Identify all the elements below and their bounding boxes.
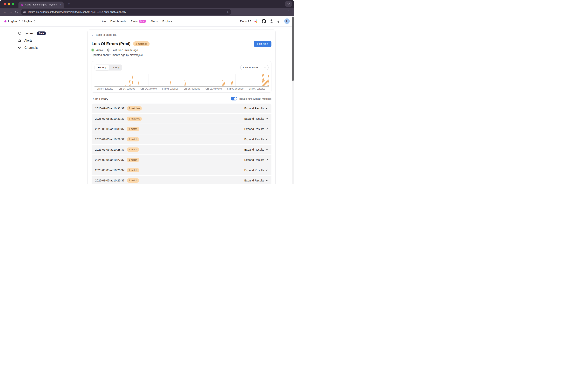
history-card-toolbar: History Query Last 24 hours [94, 65, 269, 71]
expand-results-label: Expand Results [244, 107, 264, 110]
nav-item-explore[interactable]: Explore [162, 20, 172, 23]
time-range-value: Last 24 hours [243, 66, 258, 69]
chart-x-tick-label: Sep 05, 00:00:00 [184, 88, 200, 90]
sidebar-item-alerts[interactable]: Alerts [0, 37, 87, 44]
tab-close-icon[interactable]: × [59, 3, 62, 6]
run-row: 2025-09-05 at 10:28:37 1 match Expand Re… [92, 145, 272, 154]
run-timestamp: 2025-09-05 at 10:29:37 [95, 138, 124, 141]
expand-results-label: Expand Results [244, 127, 264, 131]
run-row: 2025-09-05 at 10:26:37 1 match Expand Re… [92, 165, 272, 175]
expand-results-label: Expand Results [244, 169, 264, 172]
reload-button[interactable] [14, 10, 19, 13]
chart-x-tick-label: Sep 05, 03:00:00 [205, 88, 222, 90]
bookmark-star-icon[interactable]: ☆ [226, 10, 229, 14]
beta-badge: beta [139, 20, 146, 23]
nav-item-alerts[interactable]: Alerts [151, 20, 158, 23]
nav-item-label: Explore [162, 20, 172, 23]
logfire-logo-icon: ◆ [4, 19, 7, 23]
chart-bar [138, 80, 139, 86]
tab-search-button[interactable] [285, 1, 292, 7]
edit-alert-button[interactable]: Edit Alert [254, 41, 272, 47]
include-runs-toggle-wrap: Include runs without matches [231, 97, 272, 100]
nav-item-label: Live [101, 20, 106, 23]
new-tab-button[interactable]: + [66, 2, 72, 6]
expand-results-label: Expand Results [244, 138, 264, 141]
chart-bar [177, 85, 178, 86]
updated-by-text: Updated about 1 month ago by alexmojaki [92, 53, 272, 57]
url-text[interactable]: logfire-eu.pydantic.info/logfire/logfire… [28, 10, 126, 13]
sidebar-item-label: Issues [25, 32, 34, 35]
run-timestamp: 2025-09-05 at 10:32:37 [95, 107, 124, 110]
expand-results-button[interactable]: Expand Results [244, 107, 268, 110]
docs-link[interactable]: Docs [240, 20, 251, 23]
tab-query[interactable]: Query [109, 65, 122, 70]
minimize-window-button[interactable] [8, 3, 10, 5]
caret-updown-icon[interactable] [18, 20, 20, 23]
include-runs-toggle-label: Include runs without matches [239, 97, 272, 100]
bell-icon [18, 39, 21, 42]
chart-bar [268, 75, 269, 86]
page-scrollbar[interactable] [292, 16, 294, 184]
chevron-down-icon [266, 159, 268, 161]
chart-gridline [127, 75, 127, 86]
project-selector[interactable]: logfire [24, 20, 32, 23]
sidebar-item-channels[interactable]: Channels [0, 44, 87, 51]
expand-results-button[interactable]: Expand Results [244, 127, 268, 131]
include-runs-toggle[interactable] [231, 97, 237, 100]
issues-seal-icon [18, 32, 22, 35]
runs-list: 2025-09-05 at 10:32:37 2 matches Expand … [92, 104, 272, 184]
avatar[interactable]: L [284, 18, 290, 24]
chart-bar [132, 75, 133, 86]
chart-bar [262, 80, 269, 86]
back-link-label: Back to alerts list [96, 33, 117, 36]
browser-tab[interactable]: Alerts · logfire/logfire · Pydant × [18, 1, 64, 8]
org-selector[interactable]: Logfire [8, 20, 17, 23]
github-icon[interactable] [262, 19, 266, 23]
megaphone-icon [18, 46, 22, 50]
nav-item-label: Evals [130, 20, 138, 23]
run-matches-badge: 1 match [127, 148, 139, 152]
close-window-button[interactable] [4, 3, 6, 5]
back-to-alerts-link[interactable]: ← Back to alerts list [92, 33, 272, 36]
share-link-icon[interactable] [277, 19, 281, 23]
active-status-dot-icon [92, 49, 94, 51]
chart-x-tick-label: Sep 04, 18:00:00 [140, 88, 157, 90]
expand-results-button[interactable]: Expand Results [244, 138, 268, 141]
nav-item-label: Dashboards [111, 20, 126, 23]
site-settings-icon[interactable] [23, 10, 26, 13]
nav-item-dashboards[interactable]: Dashboards [111, 20, 126, 23]
chart-x-tick-label: Sep 05, 09:00:00 [249, 88, 265, 90]
beta-badge: Beta [37, 32, 46, 35]
run-matches-badge: 1 match [127, 137, 139, 142]
expand-results-button[interactable]: Expand Results [244, 148, 268, 151]
history-query-tabs: History Query [94, 65, 122, 71]
tab-history[interactable]: History [95, 65, 109, 70]
sidebar-item-label: Channels [25, 46, 38, 50]
forward-button[interactable]: → [8, 10, 14, 14]
external-link-icon [248, 20, 251, 23]
time-range-select[interactable]: Last 24 hours [240, 65, 269, 70]
theme-toggle-sun-icon[interactable] [270, 19, 273, 23]
caret-updown-icon[interactable] [34, 20, 35, 23]
fullscreen-window-button[interactable] [12, 3, 14, 5]
slack-icon[interactable] [254, 19, 258, 23]
scrollbar-thumb[interactable] [292, 17, 294, 81]
expand-results-button[interactable]: Expand Results [244, 117, 268, 120]
expand-results-button[interactable]: Expand Results [244, 179, 268, 182]
expand-results-button[interactable]: Expand Results [244, 158, 268, 161]
run-matches-badge: 1 match [127, 178, 139, 183]
browser-menu-icon[interactable]: ⋮ [287, 10, 290, 14]
nav-item-live[interactable]: Live [101, 20, 106, 23]
sidebar: Issues Beta Alerts Channels [0, 27, 87, 51]
last-run: Last run 1 minute ago [107, 48, 138, 52]
nav-item-evals[interactable]: Evalsbeta [130, 20, 146, 23]
expand-results-label: Expand Results [244, 117, 264, 120]
docs-label: Docs [240, 20, 247, 23]
runs-history-title: Runs History [92, 97, 108, 100]
browser-toolbar: ← → logfire-eu.pydantic.info/logfire/log… [0, 8, 294, 16]
expand-results-button[interactable]: Expand Results [244, 169, 268, 172]
sidebar-item-issues[interactable]: Issues Beta [0, 30, 87, 37]
chart-bar [170, 80, 171, 86]
back-button[interactable]: ← [2, 10, 8, 14]
url-bar[interactable]: logfire-eu.pydantic.info/logfire/logfire… [21, 9, 231, 15]
